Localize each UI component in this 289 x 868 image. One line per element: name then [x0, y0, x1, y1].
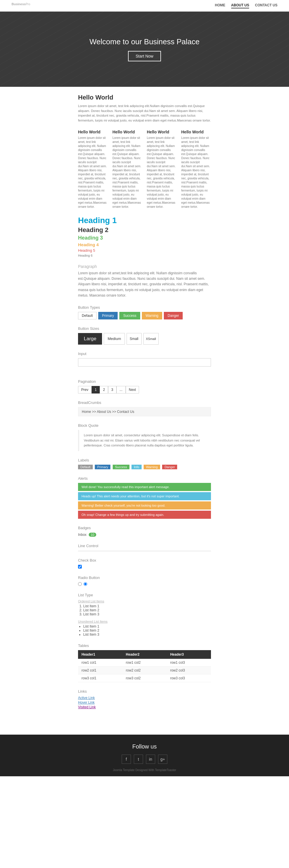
nav-about[interactable]: ABOUT US [231, 3, 249, 8]
radio-section: Radio Button [78, 576, 211, 586]
nav-home[interactable]: HOME [215, 3, 225, 8]
alert-danger: Oh snap! Change a few things up and try … [78, 511, 211, 519]
cell-r3c1: row3 col1 [78, 674, 122, 682]
main-nav: HOME ABOUT US CONTACT US [215, 3, 278, 8]
pagination-next[interactable]: Next [126, 386, 139, 394]
label-default: Default [78, 465, 93, 469]
btn-small[interactable]: Small [127, 333, 142, 345]
col-item-1: Hello World Lorem ipsum dolor sit amet, … [112, 130, 142, 209]
linkedin-icon[interactable]: in [146, 754, 155, 764]
col-text-3: Lorem ipsum dolor sit amet, test link ad… [181, 136, 211, 209]
btn-xsmall[interactable]: XSmall [143, 333, 159, 345]
visited-link[interactable]: Visited Link [78, 705, 211, 709]
col-title-2: Hello World [147, 130, 177, 134]
alert-success: Well done! You successfully read this im… [78, 483, 211, 491]
label-primary: Primary [95, 465, 110, 469]
hero-cta-button[interactable]: Start Now [128, 51, 161, 61]
badges-label: Badges [78, 526, 211, 530]
checkbox-item [78, 565, 211, 568]
navbar: BusinessPro HOME ABOUT US CONTACT US [0, 0, 289, 11]
cell-r1c2: row1 col2 [122, 659, 167, 666]
btn-default[interactable]: Default [78, 312, 97, 319]
radio-option-2[interactable] [83, 582, 87, 586]
breadcrumbs-label: BreadCrumbs [78, 400, 211, 405]
footer: Follow us f t in g+ Joomla Template Desi… [0, 735, 289, 776]
unordered-item-3: List Item 3 [83, 632, 211, 637]
breadcrumb-path: Home >> About Us >> Contact Us [78, 407, 211, 416]
blockquote-label: Block Quote [78, 423, 211, 428]
googleplus-icon[interactable]: g+ [158, 754, 167, 764]
ordered-list: List Item 1 List Item 2 List Item 3 [78, 604, 211, 616]
hover-link[interactable]: Hover Link [78, 701, 211, 705]
col-item-0: Hello World Lorem ipsum dolor sit amet, … [78, 130, 108, 209]
labels-section-label: Labels [78, 458, 211, 462]
col-title-1: Hello World [112, 130, 142, 134]
ordered-list-label: Ordered List Items [78, 599, 211, 603]
headings-section: Heading 1 Heading 2 Heading 3 Heading 4 … [78, 216, 211, 257]
labels-row: Default Primary Success Info Warning Dan… [78, 465, 211, 469]
paragraph-label: Paragraph [78, 264, 211, 269]
btn-warning[interactable]: Warning [142, 312, 162, 319]
hero-content: Welcome to our Business Palace Start Now [89, 37, 200, 61]
radio-option-1[interactable] [78, 582, 82, 586]
facebook-icon[interactable]: f [122, 754, 131, 764]
twitter-icon[interactable]: t [134, 754, 143, 764]
col-title-3: Hello World [181, 130, 211, 134]
main-content: Hello World Lorem ipsum dolor sit amet, … [72, 87, 217, 723]
tables-section: Tables Header1 Header2 Header3 row1 col1… [78, 644, 211, 682]
links-section: Links Active Link Hover Link Visited Lin… [78, 689, 211, 709]
table-row: row3 col1 row3 col2 row3 col3 [78, 674, 211, 682]
pagination-page-3[interactable]: 3 [108, 386, 116, 394]
heading-3: Heading 3 [78, 235, 211, 241]
button-sizes-section: Button Sizes Large Medium Small XSmall [78, 327, 211, 345]
btn-success[interactable]: Success [119, 312, 140, 319]
checkbox-input[interactable] [78, 565, 82, 568]
badges-row: Inbox 10 [78, 532, 211, 537]
cell-r3c3: row3 col3 [167, 674, 211, 682]
heading-5: Heading 5 [78, 248, 211, 253]
table-header-1: Header1 [78, 650, 122, 659]
paragraph-section: Paragraph Lorem ipsum dolor sit amet,tes… [78, 264, 211, 298]
btn-medium[interactable]: Medium [104, 333, 124, 345]
btn-primary[interactable]: Primary [98, 312, 118, 319]
inbox-label: Inbox [78, 533, 86, 537]
button-types-label: Button Types [78, 305, 211, 310]
hero-section: Welcome to our Business Palace Start Now [0, 11, 289, 87]
breadcrumbs-section: BreadCrumbs Home >> About Us >> Contact … [78, 400, 211, 416]
blockquote-text: Lorem ipsum dolor sit amet, consectetur … [84, 433, 206, 448]
table-row: row2 col1 row2 col2 row2 col3 [78, 666, 211, 674]
inbox-badge: 10 [89, 533, 96, 537]
heading-1: Heading 1 [78, 216, 211, 225]
col-item-2: Hello World Lorem ipsum dolor sit amet, … [147, 130, 177, 209]
pagination-page-2[interactable]: 2 [100, 386, 108, 394]
label-info: Info [132, 465, 141, 469]
active-link[interactable]: Active Link [78, 696, 211, 700]
cell-r3c2: row3 col2 [122, 674, 167, 682]
label-warning: Warning [144, 465, 160, 469]
nav-contact[interactable]: CONTACT US [255, 3, 278, 8]
unordered-item-2: List Item 2 [83, 628, 211, 632]
label-success: Success [113, 465, 130, 469]
data-table: Header1 Header2 Header3 row1 col1 row1 c… [78, 650, 211, 682]
button-sizes-label: Button Sizes [78, 327, 211, 331]
line-control-section: Line Control [78, 544, 211, 551]
pagination-page-1[interactable]: 1 [92, 386, 100, 394]
btn-large[interactable]: Large [78, 333, 102, 345]
radio-group [78, 582, 211, 586]
ordered-item-3: List Item 3 [83, 612, 211, 616]
line-control-label: Line Control [78, 544, 211, 548]
alert-info: Heads up! This alert needs your attentio… [78, 492, 211, 500]
pagination-label: Pagination [78, 379, 211, 384]
btn-danger[interactable]: Danger [164, 312, 183, 319]
list-type-section: List Type Ordered List Items List Item 1… [78, 593, 211, 637]
heading-2: Heading 2 [78, 226, 211, 234]
pagination-prev[interactable]: Prev [78, 386, 92, 394]
pagination-ellipsis: ... [116, 386, 126, 394]
unordered-item-1: List Item 1 [83, 624, 211, 628]
label-danger: Danger [162, 465, 177, 469]
ordered-item-2: List Item 2 [83, 608, 211, 612]
heading-6: Heading 6 [78, 254, 211, 257]
unordered-list-label: Unordered List Items [78, 620, 211, 623]
text-input[interactable] [78, 358, 211, 367]
input-label: Input [78, 351, 211, 356]
